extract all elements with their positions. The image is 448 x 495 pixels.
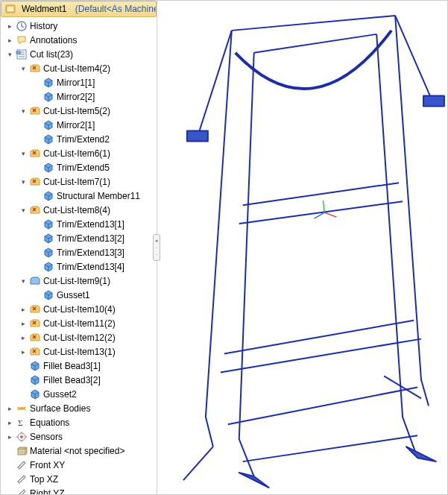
expand-toggle[interactable]: ▸ <box>5 418 14 427</box>
body-icon <box>29 360 41 372</box>
tree-node[interactable]: ▸Gusset1 <box>1 288 157 302</box>
collapse-toggle[interactable]: ▾ <box>19 277 28 286</box>
expand-toggle[interactable]: ▸ <box>19 319 28 328</box>
collapse-toggle[interactable]: ▾ <box>5 50 14 59</box>
collapse-toggle[interactable]: ▾ <box>19 149 28 158</box>
expand-toggle[interactable]: ▸ <box>19 333 28 342</box>
tree-node[interactable]: ▾Cut-List-Item5(2) <box>1 104 157 118</box>
tree-node-label: Cut-List-Item7(1) <box>43 177 110 187</box>
tree-node[interactable]: ▸ΣEquations <box>1 415 157 429</box>
tree-node-label: Surface Bodies <box>30 403 90 414</box>
tree-node[interactable]: ▸Right YZ <box>1 486 157 494</box>
svg-rect-4 <box>16 51 20 54</box>
material-icon <box>16 445 28 457</box>
tree-node[interactable]: ▾Cut-List-Item4(2) <box>1 61 157 75</box>
expand-toggle[interactable]: ▸ <box>5 22 14 31</box>
tree-node[interactable]: ▸Fillet Bead3[1] <box>1 359 157 373</box>
svg-point-7 <box>20 435 23 438</box>
tree-node[interactable]: ▾Cut list(23) <box>1 47 157 61</box>
body-icon <box>42 233 54 245</box>
tree-node[interactable]: ▸Material <not specified> <box>1 444 157 458</box>
surface-icon <box>16 403 28 414</box>
cutfolder-icon <box>29 303 41 315</box>
tree-node[interactable]: ▸Front XY <box>1 458 157 472</box>
tree-node[interactable]: ▸Gusset2 <box>1 387 157 401</box>
tree-node[interactable]: ▸Cut-List-Item11(2) <box>1 316 157 330</box>
expand-toggle[interactable]: ▸ <box>19 305 28 314</box>
tree-node[interactable]: ▸Mirror1[1] <box>1 75 157 89</box>
weldment-frame-render <box>157 1 447 494</box>
svg-text:Σ: Σ <box>18 418 22 427</box>
collapse-toggle[interactable]: ▾ <box>19 64 28 73</box>
expand-toggle[interactable]: ▸ <box>19 347 28 356</box>
svg-line-11 <box>324 212 336 217</box>
expand-toggle[interactable]: ▸ <box>5 404 14 413</box>
body-icon <box>42 247 54 259</box>
tree-node-label: Right YZ <box>30 488 64 495</box>
cutfolder-icon <box>29 346 41 358</box>
tree-node-label: Trim/Extend5 <box>57 163 110 173</box>
tree-node[interactable]: ▸Annotations <box>1 33 157 47</box>
tree-node-label: Cut-List-Item6(1) <box>43 148 110 159</box>
tree-node[interactable]: ▸Trim/Extend5 <box>1 160 157 174</box>
tree-node[interactable]: ▸Trim/Extend13[2] <box>1 231 157 245</box>
svg-line-12 <box>323 201 324 212</box>
tree-node-label: Cut-List-Item10(4) <box>43 304 116 315</box>
collapse-toggle[interactable]: ▾ <box>19 206 28 215</box>
part-icon <box>4 3 16 15</box>
tree-node-label: Gusset1 <box>57 290 90 300</box>
collapse-toggle[interactable]: ▾ <box>19 177 28 186</box>
body-icon <box>42 119 54 131</box>
tree-node-label: Cut-List-Item13(1) <box>43 347 116 357</box>
header-config: (Default<As Machined>< <box>75 4 157 14</box>
tree-node[interactable]: ▸Trim/Extend13[1] <box>1 217 157 231</box>
plane-icon <box>16 459 28 471</box>
cutfolder-icon <box>29 63 41 75</box>
splitter-handle[interactable]: ◂·· <box>153 234 160 261</box>
tree-node[interactable]: ▾Cut-List-Item8(4) <box>1 203 157 217</box>
cutfolder-icon <box>29 105 41 117</box>
tree-node[interactable]: ▾Cut-List-Item9(1) <box>1 274 157 288</box>
tree-node[interactable]: ▸History <box>1 19 157 33</box>
tree-node[interactable]: ▸Sensors <box>1 429 157 444</box>
tree-node[interactable]: ▸Cut-List-Item12(2) <box>1 330 157 344</box>
tree-node-label: Cut-List-Item11(2) <box>43 318 116 329</box>
equations-icon: Σ <box>16 417 28 429</box>
expand-toggle[interactable]: ▸ <box>5 432 14 441</box>
tree-node-label: Fillet Bead3[1] <box>43 361 101 371</box>
tree-node[interactable]: ▸Trim/Extend13[3] <box>1 245 157 259</box>
tree-node[interactable]: ▸Trim/Extend13[4] <box>1 259 157 274</box>
tree-node-label: Material <not specified> <box>30 446 124 456</box>
tree-node[interactable]: ▸Structural Member11 <box>1 189 157 203</box>
body-icon <box>42 218 54 230</box>
tree-node-label: Structural Member11 <box>57 191 140 201</box>
tree-node[interactable]: ▾Cut-List-Item7(1) <box>1 174 157 189</box>
tree-node-label: Trim/Extend13[2] <box>57 233 124 244</box>
tree-node[interactable]: ▸Top XZ <box>1 472 157 486</box>
tree-node-label: Gusset2 <box>43 389 77 400</box>
tree-node-label: Trim/Extend13[1] <box>57 219 124 230</box>
tree-node[interactable]: ▾Cut-List-Item6(1) <box>1 146 157 160</box>
tree-node[interactable]: ▸Surface Bodies <box>1 401 157 415</box>
feature-tree[interactable]: ▸History▸Annotations▾Cut list(23)▾Cut-Li… <box>1 17 157 494</box>
tree-node[interactable]: ▸Fillet Bead3[2] <box>1 373 157 387</box>
tree-node[interactable]: ▸Mirror2[1] <box>1 118 157 132</box>
tree-node[interactable]: ▸Mirror2[2] <box>1 89 157 104</box>
graphics-viewport[interactable]: ◂·· <box>157 1 447 494</box>
tree-node[interactable]: ▸Cut-List-Item10(4) <box>1 302 157 316</box>
cutfolder-icon <box>29 318 41 330</box>
body-icon <box>42 289 54 301</box>
tree-node[interactable]: ▸Cut-List-Item13(1) <box>1 344 157 359</box>
collapse-toggle[interactable]: ▾ <box>19 107 28 116</box>
config-header[interactable]: Weldment1 (Default<As Machined>< <box>1 1 157 17</box>
tree-node-label: Trim/Extend13[3] <box>57 248 124 258</box>
body-icon <box>42 77 54 89</box>
feature-tree-panel: Weldment1 (Default<As Machined>< ▸Histor… <box>1 1 157 494</box>
cutfolder-icon <box>29 204 41 216</box>
tree-node-label: Cut-List-Item8(4) <box>43 205 110 215</box>
tree-node[interactable]: ▸Trim/Extend2 <box>1 132 157 146</box>
tree-node-label: History <box>30 21 57 31</box>
tree-node-label: Top XZ <box>30 474 58 485</box>
expand-toggle[interactable]: ▸ <box>5 36 14 45</box>
body-icon <box>29 374 41 386</box>
